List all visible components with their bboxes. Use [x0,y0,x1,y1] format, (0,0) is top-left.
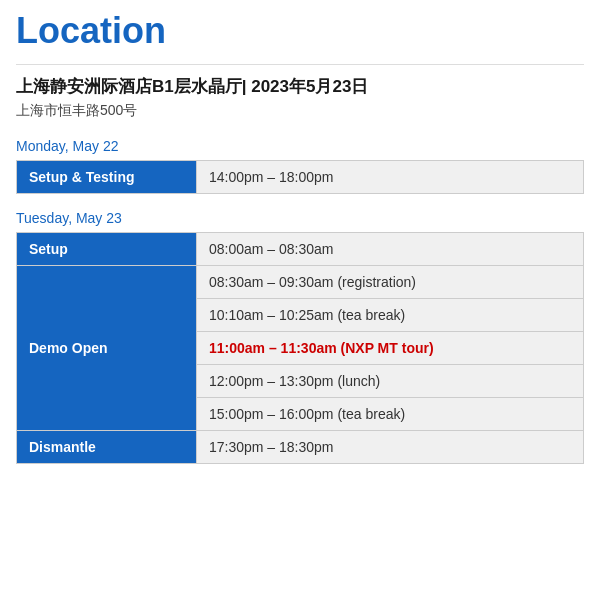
highlight-time: 11:00am – 11:30am (NXP MT tour) [209,340,434,356]
time-cell: 14:00pm – 18:00pm [197,161,584,194]
venue-address: 上海市恒丰路500号 [16,102,584,120]
time-cell: 10:10am – 10:25am (tea break) [197,299,584,332]
schedule-table: Setup08:00am – 08:30amDemo Open08:30am –… [16,232,584,464]
time-cell: 08:00am – 08:30am [197,233,584,266]
table-row: Dismantle17:30pm – 18:30pm [17,431,584,464]
day-label: Tuesday, May 23 [16,210,584,226]
time-cell: 12:00pm – 13:30pm (lunch) [197,365,584,398]
time-cell: 11:00am – 11:30am (NXP MT tour) [197,332,584,365]
time-cell: 15:00pm – 16:00pm (tea break) [197,398,584,431]
table-row: Setup & Testing14:00pm – 18:00pm [17,161,584,194]
category-cell: Setup [17,233,197,266]
category-cell: Setup & Testing [17,161,197,194]
page-title: Location [16,10,584,52]
time-cell: 08:30am – 09:30am (registration) [197,266,584,299]
day-label: Monday, May 22 [16,138,584,154]
table-row: Demo Open08:30am – 09:30am (registration… [17,266,584,299]
venue-title: 上海静安洲际酒店B1层水晶厅| 2023年5月23日 [16,75,584,98]
category-cell: Demo Open [17,266,197,431]
table-row: Setup08:00am – 08:30am [17,233,584,266]
schedule-table: Setup & Testing14:00pm – 18:00pm [16,160,584,194]
category-cell: Dismantle [17,431,197,464]
time-cell: 17:30pm – 18:30pm [197,431,584,464]
